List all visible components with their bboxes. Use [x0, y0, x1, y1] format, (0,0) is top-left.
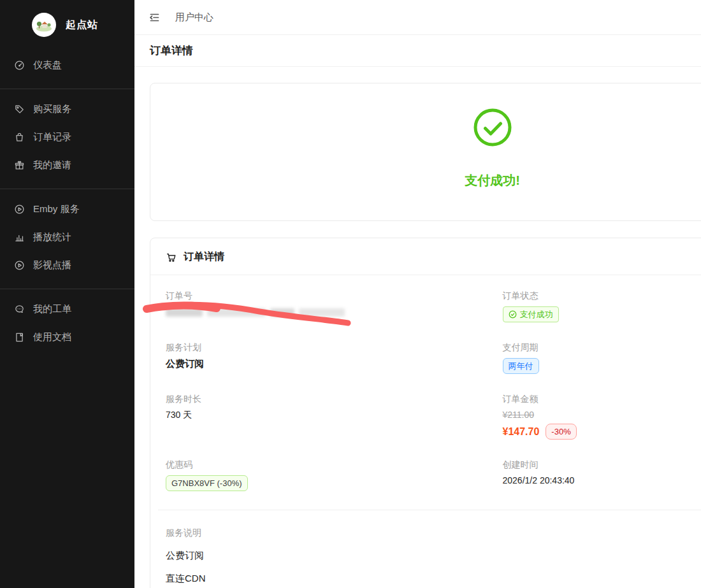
sidebar-item-label: Emby 服务: [33, 203, 80, 215]
field-label: 支付周期: [503, 342, 701, 354]
field-order-number: 订单号: [166, 290, 493, 322]
sidebar-item-label: 播放统计: [33, 231, 71, 243]
field-billing-cycle: 支付周期 两年付: [493, 342, 701, 374]
sidebar-divider: [0, 289, 134, 289]
tag-icon: [14, 104, 25, 115]
payment-success-message: 支付成功!: [465, 172, 520, 189]
sidebar-item-label: 影视点播: [33, 259, 71, 271]
field-label: 创建时间: [503, 459, 701, 471]
sidebar-item-order-history[interactable]: 订单记录: [0, 123, 134, 151]
sidebar-item-docs[interactable]: 使用文档: [0, 323, 134, 351]
field-label: 订单金额: [503, 394, 701, 405]
service-description-item: 直连CDN: [166, 573, 701, 585]
field-coupon: 优惠码 G7NBX8VF (-30%): [166, 459, 493, 491]
sidebar-item-label: 使用文档: [33, 331, 71, 343]
check-circle-icon: [472, 107, 513, 148]
sidebar-item-tickets[interactable]: 我的工单: [0, 295, 134, 323]
bar-chart-icon: [14, 232, 25, 243]
field-service-duration: 服务时长 730 天: [166, 394, 493, 440]
service-description-label: 服务说明: [166, 527, 701, 539]
bag-icon: [14, 132, 25, 143]
order-card-title: 订单详情: [184, 250, 224, 264]
field-service-plan: 服务计划 公费订阅: [166, 342, 493, 374]
order-card-header: 订单详情: [150, 238, 701, 275]
order-card-body: 订单号 订单状态: [150, 275, 701, 588]
play-circle-icon: [14, 204, 25, 215]
sidebar-collapse-icon[interactable]: [148, 11, 161, 24]
chat-icon: [14, 304, 25, 315]
field-order-status: 订单状态 支付成功: [493, 290, 701, 322]
sidebar-item-vod[interactable]: 影视点播: [0, 251, 134, 279]
discount-badge: -30%: [546, 424, 576, 440]
order-number-blur: [166, 306, 363, 317]
coupon-badge: G7NBX8VF (-30%): [166, 475, 248, 491]
field-created-time: 创建时间 2026/1/2 20:43:40: [493, 459, 701, 491]
card-section-divider: [158, 510, 701, 510]
site-title: 起点站: [66, 18, 98, 32]
order-number-redacted: [166, 306, 363, 320]
field-label: 服务计划: [166, 342, 493, 354]
field-label: 服务时长: [166, 394, 493, 405]
site-logo-icon: [32, 13, 56, 37]
sidebar-item-label: 订单记录: [33, 131, 71, 143]
field-label: 订单状态: [503, 290, 701, 302]
sidebar-item-dashboard[interactable]: 仪表盘: [0, 51, 134, 79]
final-price: ¥147.70: [503, 426, 540, 438]
sidebar-divider: [0, 89, 134, 89]
sidebar-item-label: 仪表盘: [33, 59, 62, 71]
play-circle-icon: [14, 260, 25, 271]
gauge-icon: [14, 60, 25, 71]
logo-row[interactable]: 起点站: [0, 0, 134, 51]
field-order-amount: 订单金额 ¥211.00 ¥147.70 -30%: [493, 394, 701, 440]
check-circle-icon: [509, 310, 517, 319]
billing-cycle-badge: 两年付: [503, 358, 539, 374]
service-plan-value: 公费订阅: [166, 358, 493, 370]
order-status-badge: 支付成功: [503, 306, 559, 322]
main-content: 用户中心 订单详情 支付成功! 订单详情 订单号: [134, 0, 701, 588]
page-title-row: 订单详情: [134, 35, 701, 67]
order-status-text: 支付成功: [520, 310, 553, 319]
order-details-card: 订单详情 订单号: [150, 238, 701, 588]
topbar: 用户中心: [134, 0, 701, 35]
field-label: 优惠码: [166, 459, 493, 471]
sidebar-divider: [0, 189, 134, 189]
sidebar-item-buy-service[interactable]: 购买服务: [0, 95, 134, 123]
sidebar-item-label: 我的工单: [33, 303, 71, 315]
sidebar-item-emby-service[interactable]: Emby 服务: [0, 195, 134, 223]
page-title: 订单详情: [150, 43, 193, 58]
sidebar-item-playback-stats[interactable]: 播放统计: [0, 223, 134, 251]
gift-icon: [14, 160, 25, 171]
cart-icon: [166, 252, 177, 263]
service-duration-value: 730 天: [166, 410, 493, 421]
topbar-title: 用户中心: [175, 11, 213, 24]
service-description-item: 公费订阅: [166, 550, 701, 562]
payment-success-card: 支付成功!: [150, 83, 701, 221]
doc-icon: [14, 332, 25, 343]
sidebar-item-label: 购买服务: [33, 103, 71, 115]
sidebar-item-label: 我的邀请: [33, 159, 71, 171]
created-time-value: 2026/1/2 20:43:40: [503, 475, 701, 485]
sidebar: 起点站 仪表盘 购买服务 订单记录: [0, 0, 134, 588]
field-label: 订单号: [166, 290, 493, 302]
sidebar-item-invites[interactable]: 我的邀请: [0, 151, 134, 179]
original-price: ¥211.00: [503, 410, 701, 420]
